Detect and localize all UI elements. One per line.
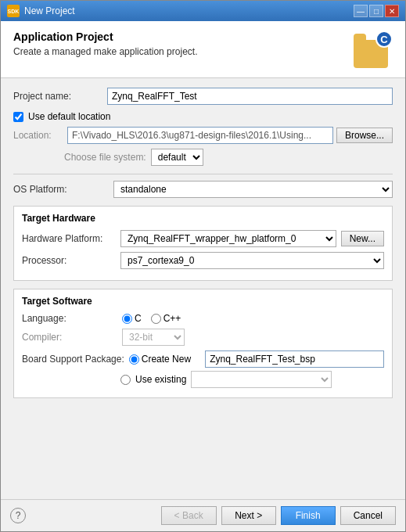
target-hardware-section: Target Hardware Hardware Platform: Zynq_…: [13, 206, 393, 281]
language-row: Language: C C++: [22, 313, 384, 324]
main-window: SDK New Project — □ ✕ Application Projec…: [0, 0, 406, 532]
processor-select[interactable]: ps7_cortexa9_0: [120, 252, 384, 269]
bsp-row: Board Support Package: Create New: [22, 350, 384, 368]
project-name-control: [107, 88, 393, 105]
back-button[interactable]: < Back: [161, 506, 217, 525]
footer-left: ?: [10, 508, 26, 523]
os-platform-label: OS Platform:: [13, 184, 107, 195]
target-hardware-title: Target Hardware: [22, 213, 384, 224]
os-platform-row: OS Platform: standalone: [13, 181, 393, 198]
new-platform-button[interactable]: New...: [341, 231, 384, 246]
close-button[interactable]: ✕: [385, 5, 399, 17]
location-label: Location:: [13, 130, 64, 141]
os-platform-select[interactable]: standalone: [113, 181, 393, 198]
maximize-button[interactable]: □: [369, 5, 383, 17]
header-text: Application Project Create a managed mak…: [13, 31, 197, 57]
compiler-label: Compiler:: [22, 332, 116, 343]
footer-buttons: < Back Next > Finish Cancel: [161, 506, 396, 525]
title-controls: — □ ✕: [354, 5, 399, 17]
use-default-location-checkbox[interactable]: [13, 112, 23, 122]
content-area: Project name: Use default location Locat…: [1, 78, 405, 499]
target-software-section: Target Software Language: C C++ Com: [13, 289, 393, 398]
target-software-title: Target Software: [22, 296, 384, 307]
page-subtitle: Create a managed make application projec…: [13, 46, 197, 57]
help-button[interactable]: ?: [10, 508, 26, 523]
hardware-platform-select[interactable]: Zynq_RealFFT_wrapper_hw_platform_0: [120, 230, 336, 247]
minimize-button[interactable]: —: [354, 5, 368, 17]
use-existing-label: Use existing: [135, 374, 186, 385]
title-bar-left: SDK New Project: [7, 5, 75, 17]
language-c-radio[interactable]: [122, 314, 132, 324]
language-c-option: C: [122, 313, 142, 324]
next-button[interactable]: Next >: [221, 506, 276, 525]
location-row: Location: Browse...: [13, 127, 393, 144]
title-bar: SDK New Project — □ ✕: [1, 1, 405, 21]
finish-button[interactable]: Finish: [281, 506, 336, 525]
sdk-icon: SDK: [7, 5, 20, 17]
compiler-row: Compiler: 32-bit: [22, 329, 384, 346]
divider-1: [13, 174, 393, 174]
bsp-name-input[interactable]: [205, 350, 384, 368]
hardware-platform-label: Hardware Platform:: [22, 233, 116, 244]
create-new-radio-option: Create New: [129, 354, 194, 365]
use-existing-radio[interactable]: [120, 375, 131, 385]
location-input[interactable]: [67, 127, 333, 144]
c-badge-icon: C: [375, 31, 393, 48]
project-name-label: Project name:: [13, 91, 107, 102]
cancel-button[interactable]: Cancel: [340, 506, 396, 525]
create-new-radio[interactable]: [129, 354, 139, 365]
filesystem-label: Choose file system:: [64, 152, 146, 163]
existing-bsp-select: [191, 371, 332, 388]
project-name-input[interactable]: [107, 88, 393, 105]
filesystem-select[interactable]: default: [151, 149, 203, 166]
header-section: Application Project Create a managed mak…: [1, 21, 405, 78]
language-radio-group: C C++: [122, 313, 181, 324]
use-default-location-row: Use default location: [13, 111, 393, 122]
use-existing-row: Use existing: [120, 371, 384, 388]
language-cpp-option: C++: [151, 313, 181, 324]
project-name-row: Project name:: [13, 88, 393, 105]
language-c-label: C: [135, 313, 142, 324]
processor-label: Processor:: [22, 255, 116, 266]
bsp-label: Board Support Package:: [22, 354, 124, 365]
create-new-label: Create New: [142, 354, 191, 365]
hardware-platform-row: Hardware Platform: Zynq_RealFFT_wrapper_…: [22, 230, 384, 247]
filesystem-row: Choose file system: default: [64, 149, 393, 166]
language-cpp-label: C++: [163, 313, 181, 324]
footer: ? < Back Next > Finish Cancel: [1, 499, 405, 531]
page-title: Application Project: [13, 31, 197, 43]
header-icon: C: [354, 31, 393, 68]
browse-button[interactable]: Browse...: [336, 128, 393, 143]
processor-row: Processor: ps7_cortexa9_0: [22, 252, 384, 269]
window-title: New Project: [24, 5, 75, 16]
language-cpp-radio[interactable]: [151, 314, 161, 324]
use-default-location-label: Use default location: [28, 111, 110, 122]
compiler-select: 32-bit: [122, 329, 185, 346]
language-label: Language:: [22, 313, 116, 324]
